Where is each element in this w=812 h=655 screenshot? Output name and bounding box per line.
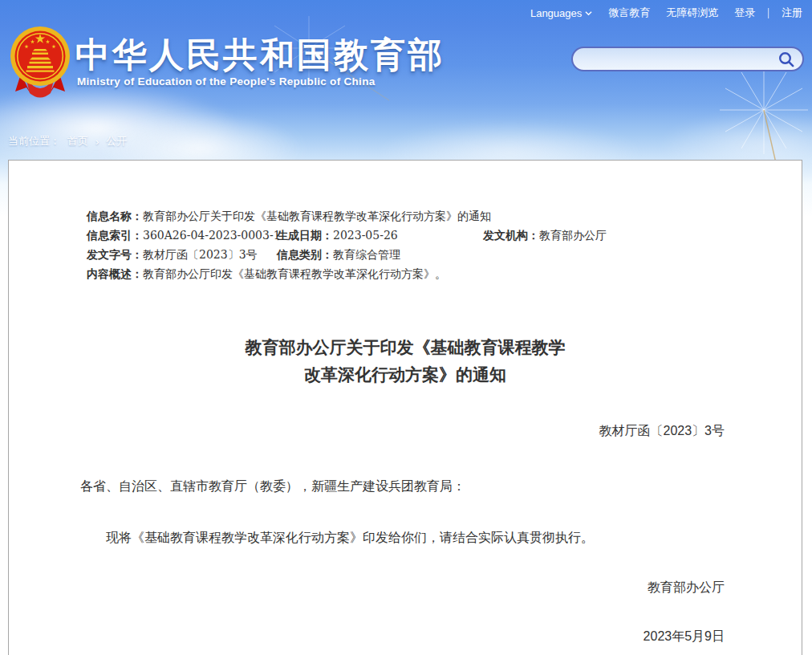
topbar-divider: ｜ <box>763 6 773 20</box>
meta-doc-no-label: 发文字号： <box>87 248 143 261</box>
document-title-line2: 改革深化行动方案》的通知 <box>9 361 802 389</box>
meta-row-index: 信息索引：360A26-04-2023-0003-1 生成日期：2023-05-… <box>87 226 769 245</box>
languages-label: Languages <box>530 7 582 19</box>
meta-gen-date-value: 2023-05-26 <box>333 229 398 242</box>
breadcrumb: 当前位置： 首页 › 公开 <box>8 134 127 148</box>
document-number: 教材厅函〔2023〕3号 <box>9 423 802 440</box>
site-subtitle: Ministry of Education of the People's Re… <box>77 75 375 87</box>
document-title: 教育部办公厅关于印发《基础教育课程教学 改革深化行动方案》的通知 <box>9 334 802 389</box>
meta-name-value: 教育部办公厅关于印发《基础教育课程教学改革深化行动方案》的通知 <box>143 210 491 222</box>
document-signer: 教育部办公厅 <box>9 580 802 596</box>
meta-row-name: 信息名称：教育部办公厅关于印发《基础教育课程教学改革深化行动方案》的通知 <box>87 206 769 226</box>
meta-doc-no-value: 教材厅函〔2023〕3号 <box>143 248 258 261</box>
meta-category-label: 信息类别： <box>277 248 333 261</box>
moe-logo[interactable] <box>10 26 71 103</box>
document-title-line1: 教育部办公厅关于印发《基础教育课程教学 <box>9 334 802 361</box>
meta-gen-date-label: 生成日期： <box>277 229 333 242</box>
document-paragraph: 现将《基础教育课程教学改革深化行动方案》印发给你们，请结合实际认真贯彻执行。 <box>9 530 802 547</box>
search-icon <box>777 51 795 68</box>
chevron-down-icon <box>585 10 592 17</box>
meta-summary-label: 内容概述： <box>87 267 143 280</box>
accessibility-link[interactable]: 无障碍浏览 <box>666 6 718 20</box>
meta-index-value: 360A26-04-2023-0003-1 <box>143 229 281 242</box>
document-meta-table: 信息名称：教育部办公厅关于印发《基础教育课程教学改革深化行动方案》的通知 信息索… <box>87 206 769 283</box>
meta-row-summary: 内容概述：教育部办公厅印发《基础教育课程教学改革深化行动方案》。 <box>87 264 769 283</box>
meta-index-label: 信息索引： <box>87 229 143 242</box>
content-panel: 信息名称：教育部办公厅关于印发《基础教育课程教学改革深化行动方案》的通知 信息索… <box>8 160 802 655</box>
meta-summary-value: 教育部办公厅印发《基础教育课程教学改革深化行动方案》。 <box>143 267 446 280</box>
search-button[interactable] <box>777 51 795 68</box>
document-salutation: 各省、自治区、直辖市教育厅（教委），新疆生产建设兵团教育局： <box>9 478 802 495</box>
breadcrumb-separator: › <box>95 136 99 148</box>
meta-agency-value: 教育部办公厅 <box>539 229 607 242</box>
meta-name-label: 信息名称： <box>87 210 143 222</box>
meta-row-docno: 发文字号：教材厅函〔2023〕3号 信息类别：教育综合管理 <box>87 245 769 264</box>
breadcrumb-prefix: 当前位置： <box>8 134 60 148</box>
national-emblem-icon <box>10 26 71 100</box>
register-link[interactable]: 注册 <box>782 6 802 20</box>
site-title: 中华人民共和国教育部 <box>75 32 445 79</box>
breadcrumb-section-link[interactable]: 公开 <box>106 134 127 148</box>
meta-category-value: 教育综合管理 <box>333 248 400 261</box>
languages-menu[interactable]: Languages <box>530 7 592 19</box>
search-input[interactable] <box>585 53 777 66</box>
top-utility-bar: Languages 微言教育 无障碍浏览 登录 ｜ 注册 <box>0 0 812 24</box>
login-link[interactable]: 登录 <box>734 6 755 20</box>
meta-agency-label: 发文机构： <box>483 229 539 242</box>
wechat-education-link[interactable]: 微言教育 <box>608 6 650 20</box>
breadcrumb-home-link[interactable]: 首页 <box>67 134 88 148</box>
search-box <box>571 47 804 71</box>
document-date: 2023年5月9日 <box>9 629 802 645</box>
